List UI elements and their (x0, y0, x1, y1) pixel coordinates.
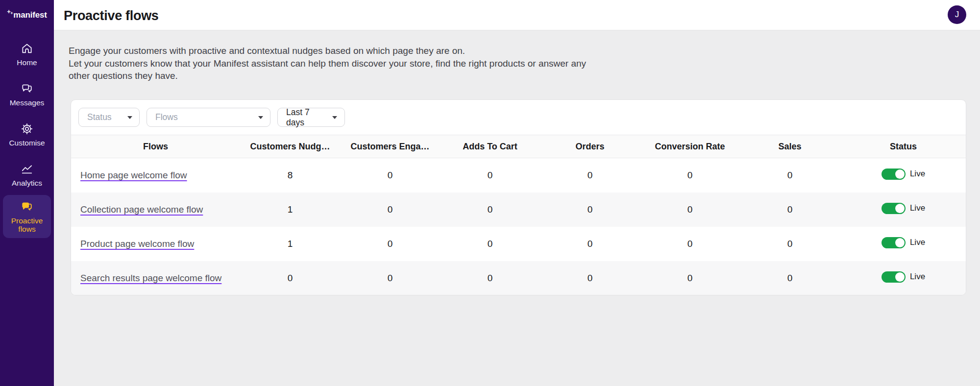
table-row: Home page welcome flow 8 0 0 0 0 0 Live (71, 158, 966, 193)
cell-customers-engaged: 0 (340, 193, 440, 227)
flow-link[interactable]: Product page welcome flow (80, 239, 194, 249)
cell-conversion-rate: 0 (640, 261, 740, 295)
status-cell: Live (882, 237, 925, 248)
messages-icon (21, 82, 33, 95)
table-header-row: Flows Customers Nudg… Customers Enga… Ad… (71, 135, 966, 158)
cell-customers-nudged: 0 (240, 261, 340, 295)
cell-adds-to-cart: 0 (440, 158, 540, 193)
avatar-initial: J (955, 10, 959, 20)
flows-card: Status Flows Last 7 days Flows Custome (71, 99, 966, 295)
status-label: Live (910, 272, 925, 282)
sidebar-item-label: Messages (10, 98, 45, 107)
flow-link[interactable]: Collection page welcome flow (80, 204, 203, 215)
column-header-flows: Flows (71, 135, 240, 158)
sidebar-item-proactive-flows[interactable]: Proactive flows (3, 195, 51, 238)
intro-text: Engage your customers with proactive and… (69, 45, 586, 82)
filter-bar: Status Flows Last 7 days (71, 100, 966, 135)
status-toggle[interactable] (882, 203, 906, 214)
cell-sales: 0 (740, 261, 840, 295)
status-cell: Live (882, 169, 925, 180)
table-row: Product page welcome flow 1 0 0 0 0 0 Li… (71, 227, 966, 261)
toggle-knob (895, 272, 905, 282)
cell-adds-to-cart: 0 (440, 227, 540, 261)
sidebar-item-customise[interactable]: Customise (0, 115, 54, 155)
cell-sales: 0 (740, 227, 840, 261)
date-range-value: Last 7 days (286, 107, 327, 128)
flows-filter-placeholder: Flows (155, 112, 178, 122)
sidebar-item-analytics[interactable]: Analytics (0, 155, 54, 195)
status-label: Live (910, 238, 925, 247)
cell-conversion-rate: 0 (640, 193, 740, 227)
column-header-status: Status (840, 135, 966, 158)
chevron-down-icon (258, 116, 263, 119)
sidebar-item-messages[interactable]: Messages (0, 74, 54, 115)
flow-link[interactable]: Search results page welcome flow (80, 273, 221, 283)
status-cell: Live (882, 203, 925, 214)
main-content: Engage your customers with proactive and… (54, 30, 980, 386)
flows-filter-dropdown[interactable]: Flows (147, 108, 270, 127)
user-avatar[interactable]: J (948, 5, 966, 24)
chevron-down-icon (127, 116, 132, 119)
flows-table: Flows Customers Nudg… Customers Enga… Ad… (71, 135, 966, 295)
status-cell: Live (882, 271, 925, 283)
status-toggle[interactable] (882, 237, 906, 248)
chevron-down-icon (332, 116, 337, 119)
cell-orders: 0 (540, 158, 640, 193)
flow-link[interactable]: Home page welcome flow (80, 170, 187, 180)
sidebar-nav: Home Messages Customise (0, 34, 54, 238)
intro-line: Engage your customers with proactive and… (69, 45, 586, 57)
column-header-orders: Orders (540, 135, 640, 158)
intro-line: Let your customers know that your Manife… (69, 57, 586, 70)
cell-sales: 0 (740, 158, 840, 193)
customise-gear-icon (21, 122, 33, 135)
column-header-conversion-rate: Conversion Rate (640, 135, 740, 158)
cell-adds-to-cart: 0 (440, 193, 540, 227)
sidebar-item-label: Customise (9, 139, 45, 147)
sparkles-icon: ++ (7, 11, 13, 20)
top-bar: Proactive flows J (54, 0, 980, 30)
status-filter-placeholder: Status (87, 112, 112, 122)
status-toggle[interactable] (882, 271, 906, 283)
cell-customers-nudged: 8 (240, 158, 340, 193)
column-header-customers-nudged: Customers Nudg… (240, 135, 340, 158)
intro-line: other questions they have. (69, 70, 586, 82)
table-row: Search results page welcome flow 0 0 0 0… (71, 261, 966, 295)
cell-sales: 0 (740, 193, 840, 227)
cell-conversion-rate: 0 (640, 158, 740, 193)
column-header-adds-to-cart: Adds To Cart (440, 135, 540, 158)
table-row: Collection page welcome flow 1 0 0 0 0 0… (71, 193, 966, 227)
cell-customers-nudged: 1 (240, 193, 340, 227)
manifest-logo[interactable]: ++ manifest (0, 0, 54, 30)
column-header-customers-engaged: Customers Enga… (340, 135, 440, 158)
sidebar-item-label: Home (17, 58, 37, 67)
status-toggle[interactable] (882, 169, 906, 180)
cell-orders: 0 (540, 193, 640, 227)
home-icon (21, 42, 33, 55)
toggle-knob (895, 238, 905, 247)
page-title: Proactive flows (64, 8, 159, 24)
cell-customers-nudged: 1 (240, 227, 340, 261)
sidebar-item-label: Proactive flows (5, 217, 49, 233)
toggle-knob (895, 204, 905, 213)
proactive-flows-icon (21, 200, 33, 213)
cell-orders: 0 (540, 227, 640, 261)
cell-adds-to-cart: 0 (440, 261, 540, 295)
analytics-chart-icon (21, 163, 33, 175)
cell-conversion-rate: 0 (640, 227, 740, 261)
status-filter-dropdown[interactable]: Status (78, 108, 140, 127)
cell-customers-engaged: 0 (340, 158, 440, 193)
status-label: Live (910, 203, 925, 213)
sidebar: ++ manifest Home Messages (0, 0, 54, 386)
cell-customers-engaged: 0 (340, 227, 440, 261)
column-header-sales: Sales (740, 135, 840, 158)
toggle-knob (895, 169, 905, 179)
sidebar-item-home[interactable]: Home (0, 34, 54, 74)
sidebar-item-label: Analytics (12, 179, 42, 188)
date-range-dropdown[interactable]: Last 7 days (277, 108, 345, 127)
logo-text: manifest (13, 10, 47, 20)
cell-customers-engaged: 0 (340, 261, 440, 295)
status-label: Live (910, 169, 925, 179)
cell-orders: 0 (540, 261, 640, 295)
